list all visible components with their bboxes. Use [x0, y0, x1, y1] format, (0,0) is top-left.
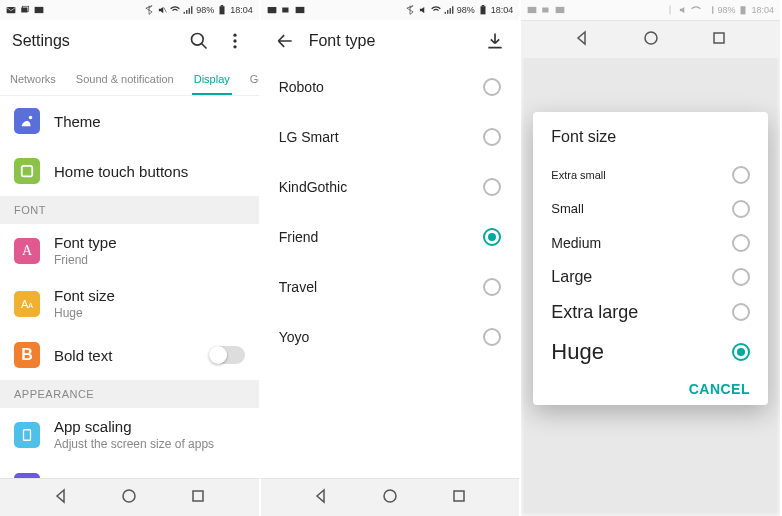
bluetooth-icon	[405, 5, 415, 15]
size-option-extra-large[interactable]: Extra large	[533, 294, 768, 331]
svg-point-38	[645, 32, 657, 44]
search-button[interactable]	[187, 29, 211, 53]
dialog-overlay[interactable]: Font size Extra smallSmallMediumLargeExt…	[521, 0, 780, 516]
mail-icon	[267, 5, 277, 15]
nav-recent[interactable]	[190, 488, 206, 508]
section-appearance: APPEARANCE	[0, 380, 259, 408]
svg-rect-29	[480, 6, 485, 14]
nav-back[interactable]	[53, 488, 69, 508]
tab-sound[interactable]: Sound & notification	[66, 62, 184, 95]
svg-line-4	[164, 8, 167, 13]
back-button[interactable]	[273, 29, 297, 53]
clock-time: 18:04	[491, 5, 514, 15]
battery-icon	[478, 5, 488, 15]
size-option-medium[interactable]: Medium	[533, 226, 768, 260]
nav-recent[interactable]	[451, 488, 467, 508]
download-fonts-button[interactable]	[483, 29, 507, 53]
search-icon	[189, 31, 209, 51]
svg-rect-8	[191, 6, 192, 14]
app-scaling-label: App scaling	[54, 418, 245, 435]
radio-indicator	[732, 343, 750, 361]
font-option-friend[interactable]: Friend	[261, 212, 520, 262]
more-vert-icon	[225, 31, 245, 51]
radio-indicator	[483, 328, 501, 346]
navigation-bar	[261, 478, 520, 516]
font-name: KindGothic	[279, 179, 347, 195]
nav-back[interactable]	[313, 488, 329, 508]
svg-rect-36	[713, 6, 714, 14]
download-icon	[295, 5, 305, 15]
size-option-small[interactable]: Small	[533, 192, 768, 226]
row-font-size[interactable]: AA Font size Huge	[0, 277, 259, 330]
font-option-lg-smart[interactable]: LG Smart	[261, 112, 520, 162]
mute-icon	[418, 5, 428, 15]
wifi-icon	[691, 5, 701, 15]
radio-indicator	[483, 278, 501, 296]
battery-percent: 98%	[196, 5, 214, 15]
images-icon	[281, 5, 291, 15]
size-option-large[interactable]: Large	[533, 260, 768, 294]
font-type-screen: 98% 18:04 Font type RobotoLG SmartKindGo…	[261, 0, 522, 516]
mail-icon	[527, 5, 537, 15]
page-title: Settings	[12, 32, 175, 50]
row-font-type[interactable]: A Font type Friend	[0, 224, 259, 277]
row-display-size[interactable]: Display size	[0, 461, 259, 478]
bluetooth-icon	[665, 5, 675, 15]
size-label: Medium	[551, 235, 601, 251]
battery-percent: 98%	[457, 5, 475, 15]
svg-rect-35	[556, 7, 565, 13]
font-option-yoyo[interactable]: Yoyo	[261, 312, 520, 362]
font-option-kindgothic[interactable]: KindGothic	[261, 162, 520, 212]
row-theme[interactable]: Theme	[0, 96, 259, 146]
nav-home[interactable]	[382, 488, 398, 508]
bold-text-switch[interactable]	[209, 346, 245, 364]
font-type-value: Friend	[54, 253, 245, 267]
font-size-dialog: Font size Extra smallSmallMediumLargeExt…	[533, 112, 768, 405]
clock-time: 18:04	[751, 5, 774, 15]
font-type-header: Font type	[261, 20, 520, 62]
font-option-roboto[interactable]: Roboto	[261, 62, 520, 112]
radio-indicator	[483, 128, 501, 146]
nav-home[interactable]	[121, 488, 137, 508]
download-icon	[555, 5, 565, 15]
font-type-label: Font type	[54, 234, 245, 251]
nav-back[interactable]	[574, 30, 590, 50]
home-touch-icon	[14, 158, 40, 184]
app-scaling-icon	[14, 422, 40, 448]
tab-display[interactable]: Display	[184, 62, 240, 95]
size-option-extra-small[interactable]: Extra small	[533, 158, 768, 192]
navigation-bar	[0, 478, 259, 516]
signal-icon	[183, 5, 193, 15]
svg-point-13	[233, 34, 236, 37]
svg-point-14	[233, 39, 236, 42]
mail-icon	[6, 5, 16, 15]
radio-indicator	[483, 228, 501, 246]
tab-networks[interactable]: Networks	[0, 62, 66, 95]
row-bold-text[interactable]: B Bold text	[0, 330, 259, 380]
status-bar: 98% 18:04	[521, 0, 780, 20]
size-label: Extra small	[551, 169, 605, 181]
signal-icon	[704, 5, 714, 15]
row-app-scaling[interactable]: App scaling Adjust the screen size of ap…	[0, 408, 259, 461]
font-size-dialog-screen: 98% 18:04 Font size Extra smallSmallMedi…	[521, 0, 782, 516]
overflow-menu-button[interactable]	[223, 29, 247, 53]
nav-home[interactable]	[643, 30, 659, 50]
bold-text-label: Bold text	[54, 347, 195, 364]
svg-rect-28	[452, 6, 453, 14]
font-list[interactable]: RobotoLG SmartKindGothicFriendTravelYoyo	[261, 62, 520, 478]
svg-rect-27	[449, 8, 450, 14]
cancel-button[interactable]: CANCEL	[689, 381, 750, 397]
font-size-value: Huge	[54, 306, 245, 320]
row-home-touch[interactable]: Home touch buttons	[0, 146, 259, 196]
svg-rect-0	[7, 7, 16, 13]
settings-content[interactable]: Theme Home touch buttons FONT A Font typ…	[0, 96, 259, 478]
font-option-travel[interactable]: Travel	[261, 262, 520, 312]
size-option-huge[interactable]: Huge	[533, 331, 768, 373]
svg-line-12	[201, 44, 206, 49]
tab-general[interactable]: General	[240, 62, 261, 95]
nav-recent[interactable]	[711, 30, 727, 50]
mute-icon	[678, 5, 688, 15]
status-bar: 98% 18:04	[0, 0, 259, 20]
font-name: Roboto	[279, 79, 324, 95]
download-icon	[485, 31, 505, 51]
